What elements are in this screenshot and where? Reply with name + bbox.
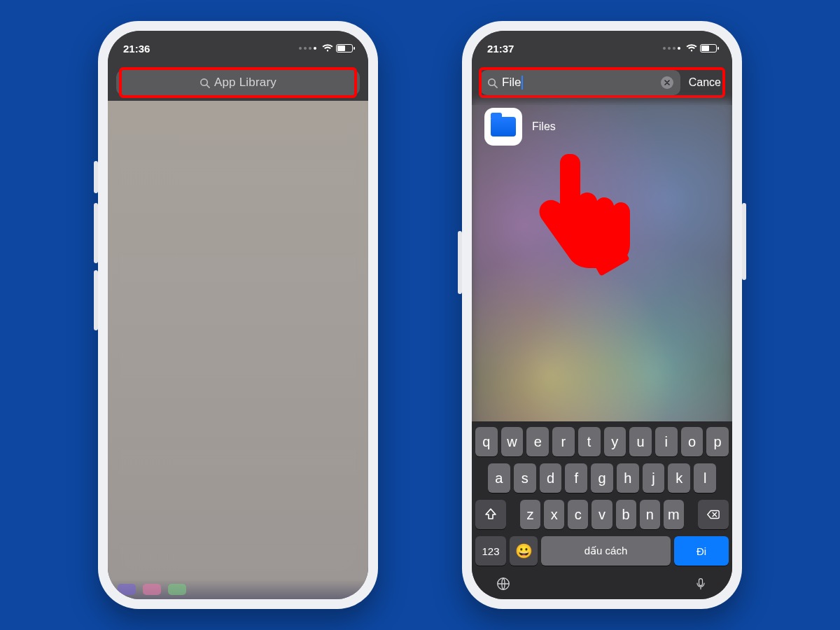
key-d[interactable]: d — [540, 463, 562, 493]
key-f[interactable]: f — [565, 463, 587, 493]
app-library-grid-blurred — [108, 101, 368, 599]
key-c[interactable]: c — [568, 500, 588, 529]
key-a[interactable]: a — [488, 463, 510, 493]
key-e[interactable]: e — [526, 427, 549, 456]
status-icons — [663, 44, 717, 52]
onscreen-keyboard: q w e r t y u i o p a s d f g h — [472, 421, 732, 599]
key-y[interactable]: y — [604, 427, 626, 456]
shift-icon — [484, 507, 498, 522]
text-caret — [522, 76, 523, 90]
key-x[interactable]: x — [544, 500, 564, 529]
key-o[interactable]: o — [681, 427, 704, 456]
search-row: File Cance — [472, 66, 732, 105]
search-input-value: File — [502, 76, 521, 90]
close-icon — [664, 80, 670, 85]
screen-left: 21:36 App Library — [108, 31, 368, 599]
status-time: 21:37 — [487, 43, 514, 55]
search-row: App Library — [108, 66, 368, 105]
key-go[interactable]: Đi — [674, 536, 729, 566]
files-app-icon — [484, 108, 522, 146]
result-app-label: Files — [532, 120, 556, 133]
search-icon — [200, 78, 210, 88]
key-t[interactable]: t — [578, 427, 601, 456]
keyboard-row-4: 123 😀 dấu cách Đi — [475, 536, 729, 566]
svg-line-1 — [206, 85, 209, 88]
battery-icon — [700, 44, 717, 52]
key-emoji[interactable]: 😀 — [510, 536, 538, 566]
key-j[interactable]: j — [643, 463, 665, 493]
clear-search-button[interactable] — [661, 76, 673, 89]
app-library-search[interactable]: App Library — [116, 70, 360, 95]
dock-hint — [108, 580, 368, 599]
screen-right: 21:37 File Cance — [472, 31, 732, 599]
key-n[interactable]: n — [640, 500, 660, 529]
backspace-icon — [706, 507, 720, 522]
key-s[interactable]: s — [514, 463, 536, 493]
svg-line-3 — [494, 85, 497, 88]
status-time: 21:36 — [123, 43, 150, 55]
search-icon — [487, 78, 498, 88]
phone-mock-right: 21:37 File Cance — [462, 21, 742, 609]
key-q[interactable]: q — [475, 427, 498, 456]
key-g[interactable]: g — [591, 463, 613, 493]
key-z[interactable]: z — [520, 500, 540, 529]
key-123[interactable]: 123 — [475, 536, 506, 566]
search-placeholder: App Library — [214, 76, 276, 90]
emoji-icon: 😀 — [515, 542, 533, 559]
cellular-dots-icon — [299, 47, 316, 50]
keyboard-row-1: q w e r t y u i o p — [475, 427, 729, 456]
search-result-files[interactable]: Files — [484, 108, 720, 146]
key-v[interactable]: v — [592, 500, 612, 529]
phone-mock-left: 21:36 App Library — [98, 21, 378, 609]
app-library-search[interactable]: File — [480, 70, 680, 95]
key-shift[interactable] — [475, 500, 506, 529]
status-bar: 21:36 — [108, 31, 368, 66]
search-results-area: Files q w e r t y — [472, 101, 732, 599]
mic-icon[interactable] — [692, 575, 709, 592]
keyboard-bottom-bar — [475, 573, 729, 594]
key-u[interactable]: u — [629, 427, 652, 456]
key-p[interactable]: p — [706, 427, 729, 456]
key-r[interactable]: r — [552, 427, 575, 456]
status-icons — [299, 44, 353, 52]
keyboard-row-2: a s d f g h j k l — [475, 463, 729, 493]
folder-icon — [491, 117, 516, 136]
keyboard-row-3: z x c v b n m — [475, 500, 729, 529]
battery-icon — [336, 44, 353, 52]
svg-rect-6 — [699, 579, 703, 586]
key-h[interactable]: h — [617, 463, 639, 493]
wifi-icon — [686, 44, 697, 52]
key-l[interactable]: l — [694, 463, 716, 493]
key-backspace[interactable] — [698, 500, 729, 529]
key-w[interactable]: w — [501, 427, 524, 456]
cancel-button[interactable]: Cance — [686, 76, 724, 89]
annotation-tap-hand-icon — [528, 150, 633, 276]
key-b[interactable]: b — [616, 500, 636, 529]
cellular-dots-icon — [663, 47, 680, 50]
key-k[interactable]: k — [668, 463, 690, 493]
wifi-icon — [322, 44, 333, 52]
key-space[interactable]: dấu cách — [541, 536, 671, 566]
key-m[interactable]: m — [664, 500, 684, 529]
key-i[interactable]: i — [655, 427, 678, 456]
status-bar: 21:37 — [472, 31, 732, 66]
globe-icon[interactable] — [495, 575, 512, 592]
